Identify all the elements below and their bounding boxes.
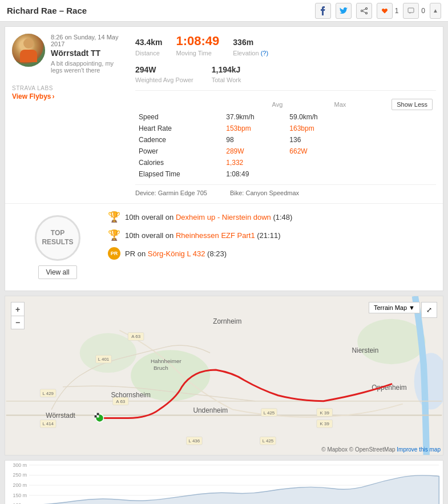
bike-label: Bike: Canyon Speedmax <box>230 189 299 196</box>
scroll-up-button[interactable]: ▲ <box>430 3 441 19</box>
profile-row: 8:26 on Sunday, 14 May 2017 Wörrstadt TT… <box>12 34 126 74</box>
results-list: 🏆 10th overall on Dexheim up - Nierstein… <box>103 211 436 265</box>
svg-point-9 <box>357 319 425 364</box>
max-value: 59.0km/h <box>286 111 349 123</box>
table-row: Heart Rate 153bpm 163bpm <box>135 123 436 134</box>
map-background: A 63 L 401 L 429 A 63 L 414 L 425 K 39 K… <box>5 296 443 455</box>
metric-name: Speed <box>135 111 223 123</box>
bottom-section: TOP RESULTS View all 🏆 10th overall on D… <box>5 204 443 291</box>
like-button[interactable] <box>377 3 393 19</box>
svg-text:Zornheim: Zornheim <box>213 317 241 325</box>
twitter-button[interactable] <box>336 3 352 19</box>
svg-rect-44 <box>95 416 97 418</box>
table-row: Power 289W 662W <box>135 146 436 157</box>
svg-text:250 m: 250 m <box>13 472 27 478</box>
elevation-value: 336m <box>233 34 268 49</box>
metric-name: Elapsed Time <box>135 168 223 180</box>
result-rank: PR <box>125 249 135 258</box>
avg-value: 153bpm <box>223 123 286 134</box>
list-item: 🏆 10th overall on Dexheim up - Nierstein… <box>108 211 436 223</box>
moving-time-value: 1:08:49 <box>176 34 219 49</box>
result-time: (21:11) <box>257 231 280 240</box>
strava-labs-label: STRAVA LABS <box>12 85 53 91</box>
improve-map-link[interactable]: Improve this map <box>397 446 441 453</box>
moving-time-stat: 1:08:49 Moving Time <box>176 34 219 57</box>
map-section: A 63 L 401 L 429 A 63 L 414 L 425 K 39 K… <box>5 296 443 455</box>
result-segment-link[interactable]: Dexheim up - Nierstein down <box>176 213 271 221</box>
elevation-help-link[interactable]: (?) <box>261 50 268 57</box>
total-work-stat: 1,194kJ Total Work <box>212 63 241 83</box>
svg-text:Wörrstadt: Wörrstadt <box>46 412 75 420</box>
elevation-chart-svg: 0.0 km 5,0 km 10.0 km 15.0 km 20.0 km 25… <box>5 461 443 504</box>
device-label: Device: Garmin Edge 705 <box>135 189 207 196</box>
max-value <box>286 168 349 180</box>
max-value: 163bpm <box>286 123 349 134</box>
distance-stat: 43.4km Distance <box>135 34 162 57</box>
like-count: 1 <box>395 7 399 15</box>
result-rank: 10th overall <box>125 213 163 221</box>
moving-time-label: Moving Time <box>176 50 219 57</box>
svg-point-0 <box>365 7 367 9</box>
metric-name: Heart Rate <box>135 123 223 134</box>
svg-rect-42 <box>95 413 97 416</box>
svg-point-1 <box>361 10 362 11</box>
header: Richard Rae – Race 1 0 ▲ <box>0 0 448 22</box>
results-badge: TOP RESULTS <box>35 215 80 261</box>
weighted-power-value: 294W <box>135 63 193 75</box>
comment-section: 0 <box>403 3 425 19</box>
svg-rect-45 <box>97 416 99 418</box>
activity-meta: 8:26 on Sunday, 14 May 2017 Wörrstadt TT… <box>51 34 126 74</box>
result-time: (1:48) <box>273 213 292 221</box>
comment-button[interactable] <box>403 3 419 19</box>
map-controls: + − <box>11 302 25 329</box>
zoom-out-button[interactable]: − <box>11 316 25 329</box>
svg-text:150 m: 150 m <box>13 493 27 498</box>
table-row: Elapsed Time 1:08:49 <box>135 168 436 180</box>
like-section: 1 <box>377 3 399 19</box>
view-all-button[interactable]: View all <box>38 265 76 279</box>
svg-text:A 63: A 63 <box>131 334 140 339</box>
activity-name: Wörrstadt TT <box>51 49 126 58</box>
stats-table: Avg Max Show Less Speed 37.9km/h 59.0km/… <box>135 98 436 180</box>
svg-text:L 414: L 414 <box>42 421 54 426</box>
fullscreen-button[interactable]: ⤢ <box>421 302 437 318</box>
table-row: Speed 37.9km/h 59.0km/h <box>135 111 436 123</box>
avatar <box>12 34 45 67</box>
metric-name: Cadence <box>135 134 223 146</box>
page-title: Richard Rae – Race <box>7 6 87 15</box>
terrain-map-button[interactable]: Terrain Map ▼ <box>369 302 420 313</box>
trophy-icon: 🏆 <box>108 211 120 223</box>
avg-value: 1:08:49 <box>223 168 286 180</box>
svg-text:L 401: L 401 <box>98 357 110 362</box>
activity-date: 8:26 on Sunday, 14 May 2017 <box>51 34 126 47</box>
trophy-icon: 🏆 <box>108 229 120 241</box>
list-item: PR PR on Sörg-König L 432 (8:23) <box>108 247 436 260</box>
elevation-label: Elevation (?) <box>233 50 268 57</box>
table-row: Cadence 98 136 <box>135 134 436 146</box>
result-text: PR on Sörg-König L 432 (8:23) <box>125 249 227 258</box>
elevation-stat: 336m Elevation (?) <box>233 34 268 57</box>
map-svg: A 63 L 401 L 429 A 63 L 414 L 425 K 39 K… <box>5 296 443 455</box>
show-less-button[interactable]: Show Less <box>392 99 433 110</box>
facebook-button[interactable] <box>315 3 331 19</box>
avg-value: 1,332 <box>223 157 286 168</box>
secondary-stats: 294W Weighted Avg Power 1,194kJ Total Wo… <box>135 63 436 91</box>
col-max: Max <box>286 98 349 111</box>
view-flybys-link[interactable]: View Flybys › <box>12 92 54 100</box>
svg-text:300 m: 300 m <box>13 462 27 468</box>
avg-value: 37.9km/h <box>223 111 286 123</box>
max-value: 136 <box>286 134 349 146</box>
svg-text:A 63: A 63 <box>116 399 125 404</box>
max-value: 662W <box>286 146 349 157</box>
max-value <box>286 157 349 168</box>
svg-text:L 425: L 425 <box>264 410 275 416</box>
share-button[interactable] <box>356 3 372 19</box>
svg-text:L 425: L 425 <box>263 438 274 443</box>
device-info: Device: Garmin Edge 705 Bike: Canyon Spe… <box>135 184 436 196</box>
metric-name: Calories <box>135 157 223 168</box>
zoom-in-button[interactable]: + <box>11 302 25 316</box>
svg-point-2 <box>365 12 367 14</box>
result-segment-link[interactable]: Sörg-König L 432 <box>148 249 205 258</box>
svg-text:Bruch: Bruch <box>154 365 168 371</box>
result-segment-link[interactable]: Rheinhessen EZF Part1 <box>176 231 255 240</box>
